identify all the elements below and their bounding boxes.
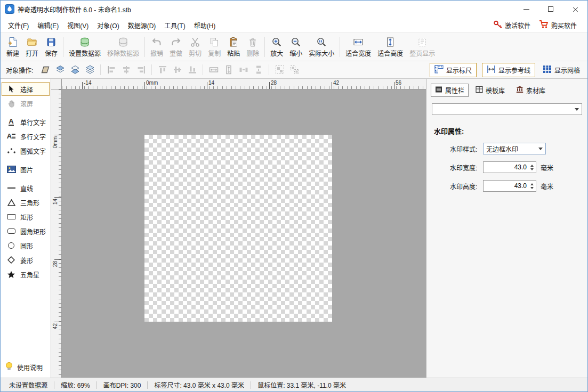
zoom-in-icon xyxy=(271,37,282,47)
paste-button[interactable]: 粘贴 xyxy=(224,35,243,59)
ungroup-icon xyxy=(287,63,302,76)
watermark-artboard[interactable] xyxy=(144,135,332,322)
show-ruler-toggle[interactable]: 显示标尺 xyxy=(430,63,477,77)
cursor-icon xyxy=(6,85,16,93)
new-button[interactable]: 新建 xyxy=(3,35,22,59)
actual-size-button[interactable]: 实际大小 xyxy=(305,35,337,59)
triangle-tool[interactable]: 三角形 xyxy=(2,195,50,209)
help-button[interactable]: 使用说明 xyxy=(5,362,43,372)
menu-datasource[interactable]: 数据源(D) xyxy=(124,19,160,32)
watermark-style-value: 无边框水印 xyxy=(486,144,518,153)
paste-icon xyxy=(228,37,239,47)
line-tool[interactable]: 直线 xyxy=(2,181,50,195)
rounded-rectangle-tool[interactable]: 圆角矩形 xyxy=(2,224,50,238)
zoom-out-icon xyxy=(291,37,301,47)
menu-file[interactable]: 文件(F) xyxy=(4,19,33,32)
spin-down-icon[interactable] xyxy=(530,187,534,189)
star-icon xyxy=(6,271,16,279)
chevron-down-icon[interactable] xyxy=(572,104,582,115)
set-datasource-button[interactable]: 设置数据源 xyxy=(66,35,104,59)
delete-icon xyxy=(247,37,258,47)
select-tool[interactable]: 选择 xyxy=(2,82,50,96)
fit-width-button[interactable]: 适合宽度 xyxy=(342,35,374,59)
spinner-arrows[interactable] xyxy=(528,162,536,173)
minimize-button[interactable] xyxy=(514,1,538,18)
spinner-arrows[interactable] xyxy=(528,181,536,191)
watermark-height-label: 水印高度: xyxy=(450,182,483,191)
spin-up-icon[interactable] xyxy=(530,183,534,185)
star-tool[interactable]: 五角星 xyxy=(2,267,50,281)
watermark-width-row: 水印宽度: 毫米 xyxy=(450,161,587,173)
spin-up-icon[interactable] xyxy=(530,165,534,167)
title-bar: 神奇透明水印制作软件 6.0 - 未命名1.stb xyxy=(1,1,587,18)
spin-down-icon[interactable] xyxy=(530,168,534,170)
send-to-back-icon[interactable] xyxy=(68,63,82,76)
open-button[interactable]: 打开 xyxy=(22,35,42,59)
align-left-icon xyxy=(104,63,118,76)
diamond-tool[interactable]: 菱形 xyxy=(2,253,50,267)
space-vertical-icon xyxy=(251,63,265,76)
template-icon xyxy=(476,86,483,95)
line-icon xyxy=(6,187,16,189)
tool-sidebar: 选择 滚屏 A 单行文字 A 多行文字 圆弧文字 图片 xyxy=(1,79,51,378)
watermark-select-combobox[interactable] xyxy=(432,103,582,115)
window-controls xyxy=(514,1,587,18)
properties-panel: 属性栏 模板库 素材库 水印属性: 水印样式: 无边框水印 xyxy=(426,79,587,378)
close-button[interactable] xyxy=(563,1,587,18)
fit-height-button[interactable]: 适合高度 xyxy=(374,35,406,59)
whole-page-icon xyxy=(417,37,428,47)
show-grid-button[interactable]: 显示网格 xyxy=(541,63,582,77)
watermark-height-input[interactable] xyxy=(484,181,528,191)
watermark-style-select[interactable]: 无边框水印 xyxy=(483,143,546,154)
align-top-icon xyxy=(155,63,170,76)
bring-to-front-icon[interactable] xyxy=(53,63,67,76)
status-label-size: 标签尺寸: 43.0 毫米 x 43.0 毫米 xyxy=(148,380,251,389)
single-line-text-tool[interactable]: A 单行文字 xyxy=(2,115,50,129)
watermark-app-icon xyxy=(5,4,14,14)
image-tool[interactable]: 图片 xyxy=(2,162,50,176)
tab-materials[interactable]: 素材库 xyxy=(512,84,550,97)
circle-tool[interactable]: 圆形 xyxy=(2,239,50,252)
maximize-button[interactable] xyxy=(538,1,563,18)
fit-width-icon xyxy=(353,37,364,47)
layers-icon[interactable] xyxy=(83,63,97,76)
ruler-label: 28 xyxy=(52,261,58,267)
copy-icon xyxy=(209,37,220,47)
menu-edit[interactable]: 编辑(E) xyxy=(33,19,63,32)
watermark-width-input[interactable] xyxy=(484,162,528,173)
rectangle-tool[interactable]: 矩形 xyxy=(2,210,50,224)
object-operation-bar: 对象操作: 显示标尺 显示参考线 xyxy=(1,61,587,79)
minimize-icon xyxy=(523,9,529,10)
copy-button: 复制 xyxy=(205,35,224,59)
show-guides-toggle[interactable]: 显示参考线 xyxy=(482,63,535,77)
zoom-out-button[interactable]: 缩小 xyxy=(286,35,305,59)
menu-tools[interactable]: 工具(T) xyxy=(160,19,189,32)
multi-line-text-tool[interactable]: A 多行文字 xyxy=(2,129,50,143)
object-bar-separator xyxy=(100,64,101,75)
single-line-text-icon: A xyxy=(6,118,16,126)
save-icon xyxy=(46,37,57,47)
whole-page-button: 整页显示 xyxy=(406,35,438,59)
toolbar-separator xyxy=(144,37,145,57)
toolbar-separator xyxy=(63,37,63,57)
object-bar-separator xyxy=(151,64,152,75)
save-button[interactable]: 保存 xyxy=(42,35,61,59)
main-toolbar: 新建 打开 保存 设置数据源 移除数据源 撤销 重做 剪切 xyxy=(1,32,587,61)
menu-view[interactable]: 视图(V) xyxy=(63,19,93,32)
arc-text-tool[interactable]: 圆弧文字 xyxy=(2,144,50,158)
tab-properties[interactable]: 属性栏 xyxy=(431,84,469,97)
activate-software-link[interactable]: 激活软件 xyxy=(493,20,530,30)
menu-object[interactable]: 对象(O) xyxy=(93,19,123,32)
skew-icon[interactable] xyxy=(38,63,52,76)
canvas-viewport[interactable] xyxy=(62,89,426,378)
guides-icon xyxy=(487,65,496,75)
watermark-properties-title: 水印属性: xyxy=(434,126,587,136)
cut-icon xyxy=(190,37,200,47)
purchase-software-link[interactable]: 购买软件 xyxy=(539,20,577,30)
tab-templates[interactable]: 模板库 xyxy=(471,84,509,97)
menu-help[interactable]: 帮助(H) xyxy=(190,19,220,32)
object-bar-separator xyxy=(203,64,203,75)
watermark-height-unit: 毫米 xyxy=(541,182,553,191)
watermark-height-spinner xyxy=(483,180,536,192)
zoom-in-button[interactable]: 放大 xyxy=(267,35,286,59)
